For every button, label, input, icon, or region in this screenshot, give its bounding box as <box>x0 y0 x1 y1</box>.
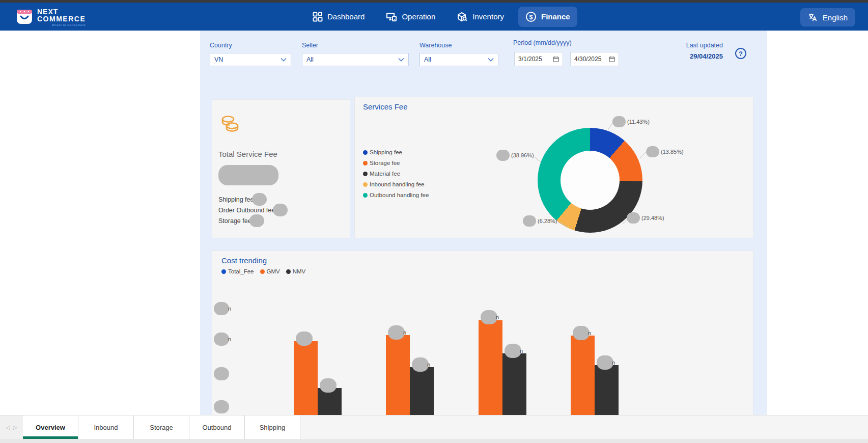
bar-nmv[interactable] <box>502 353 526 415</box>
tab-scroll-arrows: ◁ ▷ <box>0 416 23 439</box>
kpi-row-value-redacted-blob <box>273 204 288 216</box>
nav-item-label: Finance <box>541 12 570 21</box>
last-updated: Last updated 29/04/2025 <box>686 42 723 60</box>
bar-label-redacted: n <box>412 357 430 372</box>
language-label: English <box>823 13 848 22</box>
period-to-field[interactable] <box>570 52 619 66</box>
tab-scroll-left-icon[interactable]: ◁ <box>6 424 10 431</box>
legend-item-gmv[interactable]: GMV <box>260 268 280 274</box>
bar-group-march: n n <box>455 281 530 415</box>
legend-label: Storage fee <box>370 160 400 166</box>
last-updated-label: Last updated <box>686 42 723 49</box>
period-from-input[interactable] <box>518 56 551 63</box>
nav-item-finance[interactable]: $ Finance <box>518 7 577 27</box>
legend-label: Outbound handling fee <box>370 192 429 198</box>
nav-menu: Dashboard Operation Inve <box>305 3 577 31</box>
legend-dot <box>260 269 265 274</box>
bar-label-redacted: n <box>597 355 615 370</box>
last-updated-value: 29/04/2025 <box>686 52 723 60</box>
callout-percent: (6.28%) <box>538 218 557 224</box>
bar-nmv[interactable] <box>595 365 619 415</box>
kpi-row-label: Storage fee <box>218 217 251 225</box>
country-select-value: VN <box>214 56 223 63</box>
bar-gmv[interactable] <box>571 336 595 415</box>
y-axis-tick-redacted <box>214 367 229 380</box>
chevron-down-icon <box>281 58 287 62</box>
warehouse-filter-label: Warehouse <box>419 42 452 49</box>
brand-logo[interactable]: NEXT COMMERCE Direct to Consumers <box>15 7 86 26</box>
seller-select[interactable]: All <box>302 53 409 66</box>
bar-label-redacted: n <box>481 310 499 324</box>
nav-item-inventory[interactable]: Inventory <box>450 7 511 26</box>
callout-percent: (11.43%) <box>627 119 650 125</box>
bar-nmv[interactable] <box>410 367 434 415</box>
kpi-row-storage-fee: Storage fee <box>218 214 264 227</box>
legend-item-nmv[interactable]: NMV <box>286 268 306 274</box>
label-blob <box>597 355 613 370</box>
legend-item-material-fee[interactable]: Material fee <box>363 171 429 177</box>
calendar-icon[interactable] <box>553 56 559 62</box>
tab-inbound[interactable]: Inbound <box>78 416 134 439</box>
box-search-icon <box>457 12 468 22</box>
legend-dot <box>363 150 368 155</box>
period-from-field[interactable] <box>514 52 563 66</box>
bar-gmv[interactable] <box>294 341 318 415</box>
warehouse-select-value: All <box>424 56 431 63</box>
donut-callout-storage: (13.85%) <box>646 146 684 157</box>
warehouse-select[interactable]: All <box>419 53 498 66</box>
period-to-input[interactable] <box>574 56 607 63</box>
tab-label: Shipping <box>260 424 286 431</box>
y-axis-tick-redacted: n <box>214 302 231 315</box>
tab-shipping[interactable]: Shipping <box>245 416 300 439</box>
chevron-down-icon <box>488 58 494 62</box>
bar-gmv[interactable] <box>479 320 502 415</box>
nav-item-label: Operation <box>402 12 435 21</box>
callout-value-redacted-blob <box>612 116 626 127</box>
kpi-value-redacted-blob <box>218 165 278 185</box>
kpi-row-label: Shipping fee <box>218 196 254 203</box>
kpi-title: Total Service Fee <box>218 150 277 158</box>
cost-trending-legend: Total_Fee GMV NMV <box>221 268 305 274</box>
legend-item-inbound-handling-fee[interactable]: Inbound handling fee <box>363 181 429 187</box>
legend-item-shipping-fee[interactable]: Shipping fee <box>363 149 429 155</box>
legend-dot <box>363 193 368 198</box>
legend-item-total-fee[interactable]: Total_Fee <box>221 268 254 274</box>
nav-item-operation[interactable]: Operation <box>379 7 442 26</box>
translate-icon <box>808 12 818 22</box>
nav-item-dashboard[interactable]: Dashboard <box>305 7 372 26</box>
callout-value-redacted-blob <box>523 215 536 227</box>
legend-item-storage-fee[interactable]: Storage fee <box>363 160 429 166</box>
app-window: NEXT COMMERCE Direct to Consumers Dashbo… <box>0 0 868 443</box>
legend-dot <box>363 172 368 176</box>
label-blob <box>388 325 405 340</box>
donut-callout-shipping: (11.43%) <box>612 116 650 127</box>
bar-group-january <box>270 281 346 415</box>
nav-item-label: Inventory <box>472 12 504 21</box>
bar-gmv[interactable] <box>386 335 410 415</box>
label-suffix: n <box>612 359 615 366</box>
tab-scroll-right-icon[interactable]: ▷ <box>13 424 17 431</box>
help-icon[interactable]: ? <box>735 48 746 59</box>
tab-overview[interactable]: Overview <box>23 416 78 439</box>
label-suffix: n <box>520 348 523 354</box>
bar-label-redacted: n <box>573 326 591 340</box>
seller-filter-label: Seller <box>302 42 318 49</box>
label-suffix: n <box>496 314 499 320</box>
bar-label-redacted: n <box>388 325 406 340</box>
country-select[interactable]: VN <box>210 53 291 66</box>
cost-trending-title: Cost trending <box>221 256 267 265</box>
label-blob <box>505 344 521 358</box>
tab-outbound[interactable]: Outbound <box>189 416 245 439</box>
callout-value-redacted-blob <box>627 212 640 224</box>
country-filter-label: Country <box>210 42 232 49</box>
label-blob <box>320 378 337 393</box>
bar-group-may: n <box>640 281 715 415</box>
help-glyph: ? <box>739 50 743 58</box>
language-switcher[interactable]: English <box>800 8 855 26</box>
calendar-icon[interactable] <box>609 56 615 62</box>
period-filter-label: Period (mm/dd/yyyy) <box>513 39 572 46</box>
legend-item-outbound-handling-fee[interactable]: Outbound handling fee <box>363 192 429 198</box>
tick-suffix: n <box>228 336 231 342</box>
tab-storage[interactable]: Storage <box>134 416 189 439</box>
coins-icon <box>219 114 241 134</box>
